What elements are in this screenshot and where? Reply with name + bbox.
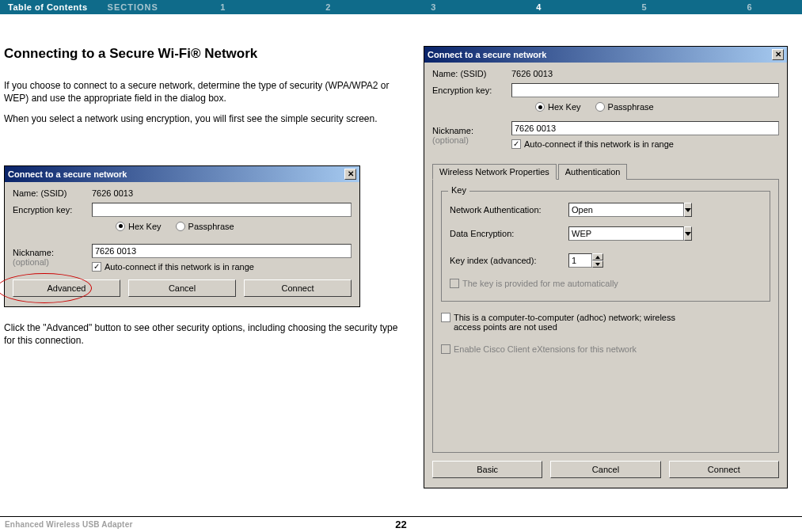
key-groupbox: Key Network Authentication: Data Encrypt…: [441, 191, 770, 302]
paragraph-3: Click the "Advanced" button to see other…: [4, 321, 400, 347]
encryption-input[interactable]: [92, 203, 352, 217]
toc-link[interactable]: Table of Contents: [0, 2, 96, 12]
adhoc-label: This is a computer-to-computer (adhoc) n…: [454, 313, 675, 332]
autoconnect-checkbox[interactable]: [511, 139, 521, 149]
dialog-connect-simple: Connect to a secure network ✕ Name: (SSI…: [4, 165, 360, 307]
connect-button[interactable]: Connect: [669, 461, 779, 478]
section-4[interactable]: 4: [486, 2, 591, 12]
key-legend: Key: [448, 185, 469, 195]
hexkey-label: Hex Key: [548, 102, 581, 112]
nickname-input[interactable]: [511, 121, 779, 135]
passphrase-radio[interactable]: Passphrase: [176, 222, 234, 231]
hexkey-label: Hex Key: [128, 222, 162, 231]
passphrase-label: Passphrase: [608, 102, 654, 112]
section-6[interactable]: 6: [697, 2, 802, 12]
dataenc-label: Data Encryption:: [450, 229, 568, 238]
section-2[interactable]: 2: [276, 2, 381, 12]
autoconnect-label: Auto-connect if this network is in range: [105, 262, 254, 272]
paragraph-2: When you select a network using encrypti…: [4, 112, 400, 125]
page-title: Connecting to a Secure Wi-Fi® Network: [4, 46, 400, 62]
spin-down-icon[interactable]: [592, 260, 603, 268]
cisco-checkbox: [441, 344, 450, 354]
netauth-label: Network Authentication:: [450, 205, 568, 215]
paragraph-1: If you choose to connect to a secure net…: [4, 79, 400, 104]
tab-authentication[interactable]: Authentication: [558, 164, 628, 180]
section-1[interactable]: 1: [170, 2, 276, 12]
name-value: 7626 0013: [92, 188, 352, 198]
sections-label: SECTIONS: [96, 2, 170, 12]
nickname-input[interactable]: [92, 244, 352, 258]
encryption-label: Encryption key:: [13, 205, 92, 215]
tabstrip: Wireless Network Properties Authenticati…: [432, 163, 779, 180]
optional-label: (optional): [432, 135, 511, 145]
nav-bar: Table of Contents SECTIONS 1 2 3 4 5 6: [0, 0, 802, 14]
optional-label: (optional): [13, 257, 92, 267]
chevron-down-icon[interactable]: [684, 203, 692, 217]
nickname-label: Nickname:: [13, 248, 92, 257]
dialog-title: Connect to a secure network: [8, 169, 127, 179]
section-5[interactable]: 5: [591, 2, 697, 12]
dialog-connect-advanced: Connect to a secure network ✕ Name: (SSI…: [424, 46, 788, 488]
keyidx-label: Key index (advanced):: [450, 256, 568, 265]
cancel-button[interactable]: Cancel: [550, 461, 660, 478]
tab-wireless-properties[interactable]: Wireless Network Properties: [432, 164, 557, 180]
page-number: 22: [395, 519, 406, 530]
encryption-input[interactable]: [511, 83, 779, 97]
nickname-label: Nickname:: [432, 126, 511, 135]
keyauto-label: The key is provided for me automatically: [462, 279, 618, 288]
advanced-button[interactable]: Advanced: [13, 279, 120, 297]
autoconnect-label: Auto-connect if this network is in range: [524, 139, 674, 149]
hexkey-radio[interactable]: Hex Key: [116, 222, 162, 231]
name-label: Name: (SSID): [432, 69, 511, 78]
titlebar: Connect to a secure network ✕: [5, 166, 359, 182]
section-3[interactable]: 3: [381, 2, 486, 12]
adhoc-checkbox[interactable]: [441, 313, 450, 322]
passphrase-label: Passphrase: [188, 222, 234, 231]
chevron-down-icon[interactable]: [684, 226, 692, 241]
footer: Enhanced Wireless USB Adapter 22: [0, 516, 802, 532]
product-name: Enhanced Wireless USB Adapter: [5, 520, 133, 529]
cancel-button[interactable]: Cancel: [128, 279, 236, 297]
spin-up-icon[interactable]: [592, 253, 603, 260]
close-icon[interactable]: ✕: [344, 169, 356, 180]
keyauto-checkbox: [450, 279, 459, 288]
hexkey-radio[interactable]: Hex Key: [535, 102, 581, 112]
titlebar: Connect to a secure network ✕: [424, 47, 787, 63]
cisco-label: Enable Cisco Client eXtensions for this …: [454, 344, 637, 354]
passphrase-radio[interactable]: Passphrase: [595, 102, 654, 112]
encryption-label: Encryption key:: [432, 86, 511, 95]
dataenc-combo[interactable]: [568, 226, 684, 241]
close-icon[interactable]: ✕: [772, 49, 784, 60]
basic-button[interactable]: Basic: [432, 461, 542, 478]
name-label: Name: (SSID): [13, 188, 92, 198]
dialog-title: Connect to a secure network: [428, 50, 546, 59]
connect-button[interactable]: Connect: [244, 279, 352, 297]
netauth-combo[interactable]: [568, 203, 684, 217]
autoconnect-checkbox[interactable]: [92, 262, 101, 272]
keyidx-input[interactable]: [568, 253, 592, 268]
name-value: 7626 0013: [511, 69, 779, 78]
